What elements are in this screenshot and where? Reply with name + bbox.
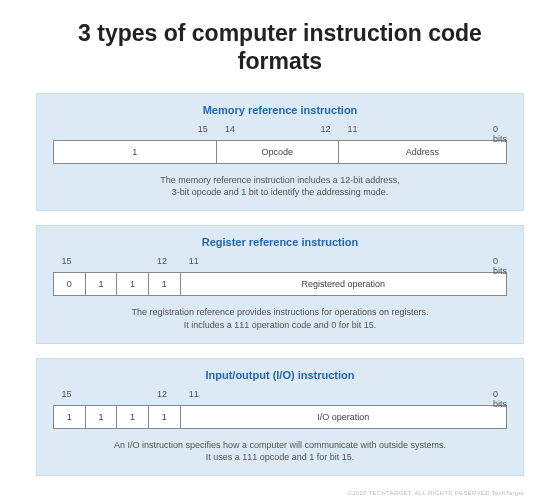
panel-io-descr: An I/O instruction specifies how a compu…	[53, 439, 507, 463]
bit-label: 0 bits	[493, 389, 507, 409]
panel-memory: Memory reference instruction 15 14 12 11…	[36, 93, 524, 211]
cell-io-op: I/O operation	[181, 406, 507, 428]
cell-op1: 1	[86, 273, 118, 295]
cell-op3: 1	[149, 406, 181, 428]
cell-opcode: Opcode	[217, 141, 339, 163]
bit-label: 14	[225, 124, 235, 134]
panel-register-descr: The registration reference provides inst…	[53, 306, 507, 330]
cell-op1: 1	[86, 406, 118, 428]
bit-label: 12	[157, 256, 167, 266]
cell-op2: 1	[117, 273, 149, 295]
panel-memory-bit-labels: 15 14 12 11 0 bits	[53, 124, 507, 138]
cell-register-op: Registered operation	[181, 273, 507, 295]
cell-op3: 1	[149, 273, 181, 295]
bit-label: 15	[62, 256, 72, 266]
cell-op2: 1	[117, 406, 149, 428]
panel-io-title: Input/output (I/O) instruction	[53, 369, 507, 381]
bit-label: 12	[320, 124, 330, 134]
panel-register-cells: 0 1 1 1 Registered operation	[53, 272, 507, 296]
cell-i-bit: 1	[54, 141, 217, 163]
bit-label: 15	[62, 389, 72, 399]
cell-bit15: 1	[54, 406, 86, 428]
bit-label: 15	[198, 124, 208, 134]
panel-io: Input/output (I/O) instruction 15 12 11 …	[36, 358, 524, 476]
cell-bit15: 0	[54, 273, 86, 295]
cell-address: Address	[339, 141, 506, 163]
bit-label: 11	[348, 124, 358, 134]
panel-io-cells: 1 1 1 1 I/O operation	[53, 405, 507, 429]
panel-register-title: Register reference instruction	[53, 236, 507, 248]
bit-label: 11	[189, 389, 199, 399]
panel-memory-title: Memory reference instruction	[53, 104, 507, 116]
panel-memory-descr: The memory reference instruction include…	[53, 174, 507, 198]
bit-label: 0 bits	[493, 124, 507, 144]
panel-register: Register reference instruction 15 12 11 …	[36, 225, 524, 343]
bit-label: 12	[157, 389, 167, 399]
panel-io-bit-labels: 15 12 11 0 bits	[53, 389, 507, 403]
diagram-title: 3 types of computer instruction code for…	[36, 20, 524, 75]
bit-label: 0 bits	[493, 256, 507, 276]
bit-label: 11	[189, 256, 199, 266]
copyright-footnote: ©2022 TECHTARGET. ALL RIGHTS RESERVED Te…	[36, 490, 524, 496]
panel-memory-cells: 1 Opcode Address	[53, 140, 507, 164]
panel-register-bit-labels: 15 12 11 0 bits	[53, 256, 507, 270]
